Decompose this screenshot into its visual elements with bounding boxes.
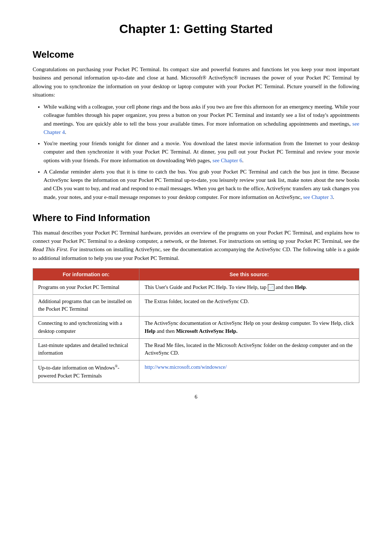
help-bold: Help [144,328,155,334]
table-row: Connecting to and synchronizing with a d… [33,317,359,339]
table-cell: The Read Me files, located in the Micros… [139,338,359,360]
table-cell: Up-to-date information on Windows®-power… [33,360,139,383]
help-bold: Help [295,284,306,290]
welcome-section: Welcome Congratulations on purchasing yo… [33,49,359,201]
table-row: Up-to-date information on Windows®-power… [33,360,359,383]
table-cell: Programs on your Pocket PC Terminal [33,280,139,294]
chapter3-link[interactable]: see Chapter 3 [303,194,333,200]
chapter-title: Chapter 1: Getting Started [33,22,359,36]
table-row: Programs on your Pocket PC Terminal This… [33,280,359,294]
table-cell: Additional programs that can be installe… [33,294,139,317]
table-cell: The Extras folder, located on the Active… [139,294,359,317]
microsoft-windows-ce-link[interactable]: http://www.microsoft.com/windowsce/ [144,364,226,370]
microsoft-activesync-bold: Microsoft ActiveSync Help. [176,328,237,334]
list-item: While walking with a colleague, your cel… [44,103,359,136]
information-table: For information on: See this source: Pro… [33,268,359,383]
welcome-title: Welcome [33,49,359,60]
table-cell: The ActiveSync documentation or ActiveSy… [139,317,359,339]
welcome-bullet-list: While walking with a colleague, your cel… [44,103,359,201]
table-cell: Last-minute updates and detailed technic… [33,338,139,360]
welcome-intro: Congratulations on purchasing your Pocke… [33,65,359,99]
chapter6-link[interactable]: see Chapter 6 [213,158,242,163]
page-number: 6 [33,394,359,400]
table-cell: http://www.microsoft.com/windowsce/ [139,360,359,383]
bullet-text-1b: . [65,129,66,135]
bullet-text-2a: You're meeting your friends tonight for … [44,140,359,163]
read-this-first-ref: Read This First [33,246,67,252]
table-row: Additional programs that can be installe… [33,294,359,317]
bullet-text-3b: . [333,194,334,200]
where-to-find-section: Where to Find Information This manual de… [33,212,359,383]
table-cell: This User's Guide and Pocket PC Help. To… [139,280,359,294]
where-to-find-title: Where to Find Information [33,212,359,224]
list-item: A Calendar reminder alerts you that it i… [44,168,359,201]
where-to-find-intro: This manual describes your Pocket PC Ter… [33,229,359,262]
bullet-text-2b: . [242,158,244,163]
table-header-col1: For information on: [33,268,139,280]
table-header-col2: See this source: [139,268,359,280]
bullet-text-1a: While walking with a colleague, your cel… [44,104,359,127]
table-cell: Connecting to and synchronizing with a d… [33,317,139,339]
help-icon: 📄 [268,284,274,291]
table-row: Last-minute updates and detailed technic… [33,338,359,360]
list-item: You're meeting your friends tonight for … [44,139,359,165]
